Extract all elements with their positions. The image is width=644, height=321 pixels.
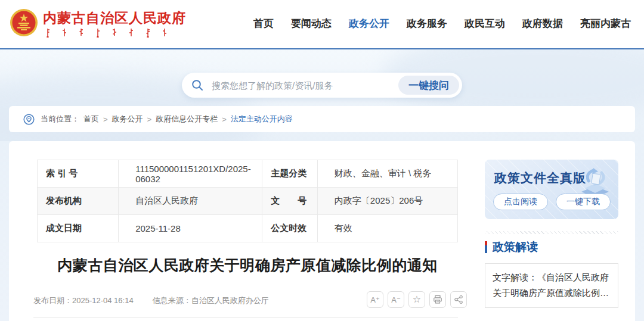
publish-meta: 发布日期：2025-12-04 16:14 信息来源：自治区人民政府办公厅 bbox=[33, 295, 269, 306]
info-source-value: 自治区人民政府办公厅 bbox=[191, 296, 269, 305]
share-icon bbox=[454, 295, 463, 304]
meta-label-doc-number: 文 号 bbox=[262, 188, 318, 215]
site-logo[interactable]: 内蒙古自治区人民政府 bbox=[10, 8, 186, 40]
nav-item-home[interactable]: 首页 bbox=[253, 17, 274, 30]
publish-date-label: 发布日期： bbox=[33, 296, 72, 305]
document-meta-table: 索 引 号 1115000001151201XD/2025-06032 主题分类… bbox=[37, 160, 458, 242]
printer-icon bbox=[433, 295, 442, 304]
meta-label-validity: 公文时效 bbox=[262, 215, 318, 242]
nav-item-gov-service[interactable]: 政务服务 bbox=[407, 17, 447, 30]
site-header: 内蒙古自治区人民政府 首页 要闻动态 政务 bbox=[0, 0, 644, 49]
breadcrumb-item-gov-open[interactable]: 政务公开 bbox=[112, 114, 143, 124]
search-input[interactable] bbox=[210, 80, 398, 91]
breadcrumb-trail: 当前位置： 首页 > 政务公开 > 政府信息公开专栏 > 法定主动公开内容 bbox=[41, 114, 293, 124]
nav-item-gov-open[interactable]: 政务公开 bbox=[349, 17, 389, 30]
meta-label-issuer: 发布机构 bbox=[38, 188, 119, 215]
meta-value-index-number: 1115000001151201XD/2025-06032 bbox=[119, 160, 262, 188]
policy-fulltext-title: 政策文件全真版 bbox=[494, 170, 586, 186]
interpretation-item-text: 文字解读：《自治区人民政府关于明确房产原值减除比例的通... bbox=[493, 270, 611, 301]
search-bar: 一键搜问 bbox=[182, 73, 462, 98]
mongolian-script bbox=[44, 28, 171, 38]
publish-date-value: 2025-12-04 16:14 bbox=[72, 296, 134, 305]
main-nav: 首页 要闻动态 政务公开 政务服务 政民互动 政府数据 亮丽内蒙古 bbox=[253, 17, 631, 30]
interpretation-item[interactable]: 文字解读：《自治区人民政府关于明确房产原值减除比例的通... bbox=[485, 263, 618, 308]
info-source-label: 信息来源： bbox=[153, 296, 191, 305]
download-button[interactable]: 一键下载 bbox=[556, 194, 611, 210]
breadcrumb: 当前位置： 首页 > 政务公开 > 政府信息公开专栏 > 法定主动公开内容 bbox=[9, 106, 635, 132]
meta-label-written-date: 成文日期 bbox=[38, 215, 119, 242]
search-icon bbox=[191, 79, 203, 91]
table-row: 索 引 号 1115000001151201XD/2025-06032 主题分类… bbox=[38, 160, 458, 188]
nav-item-gov-data[interactable]: 政府数据 bbox=[522, 17, 563, 30]
breadcrumb-separator: > bbox=[103, 115, 108, 124]
table-row: 发布机构 自治区人民政府 文 号 内政字〔2025〕206号 bbox=[38, 188, 458, 215]
meta-label-topic: 主题分类 bbox=[262, 160, 318, 188]
section-marker bbox=[485, 241, 487, 253]
info-source: 信息来源：自治区人民政府办公厅 bbox=[153, 295, 269, 306]
policy-fulltext-actions: 点击阅读 一键下载 bbox=[493, 194, 611, 210]
site-title-block: 内蒙古自治区人民政府 bbox=[43, 8, 186, 40]
hatched-divider bbox=[485, 231, 618, 234]
breadcrumb-prefix: 当前位置： bbox=[41, 114, 79, 124]
breadcrumb-separator: > bbox=[222, 115, 227, 124]
read-online-button[interactable]: 点击阅读 bbox=[493, 194, 548, 210]
font-decrease-button[interactable]: A⁻ bbox=[388, 291, 404, 308]
publish-date: 发布日期：2025-12-04 16:14 bbox=[33, 295, 134, 306]
breadcrumb-item-home[interactable]: 首页 bbox=[83, 114, 99, 124]
meta-value-validity: 有效 bbox=[317, 215, 457, 242]
article-toolbar: A⁺ A⁻ ☆ bbox=[367, 291, 467, 308]
meta-value-written-date: 2025-11-28 bbox=[119, 215, 262, 242]
font-increase-button[interactable]: A⁺ bbox=[367, 291, 383, 308]
page-title: 内蒙古自治区人民政府关于明确房产原值减除比例的通知 bbox=[37, 255, 458, 275]
page: 内蒙古自治区人民政府 首页 要闻动态 政务 bbox=[0, 0, 644, 321]
meta-value-issuer: 自治区人民政府 bbox=[119, 188, 262, 215]
nav-item-interaction[interactable]: 政民互动 bbox=[465, 17, 505, 30]
share-button[interactable] bbox=[450, 291, 467, 308]
breadcrumb-item-current[interactable]: 法定主动公开内容 bbox=[231, 114, 293, 124]
meta-value-topic: 财政、金融、审计 \ 税务 bbox=[317, 160, 457, 188]
sidebar: 政策文件全真版 点击阅读 一键下载 政策解读 bbox=[485, 160, 618, 308]
site-title: 内蒙古自治区人民政府 bbox=[43, 11, 186, 26]
location-icon bbox=[23, 114, 35, 125]
content-divider bbox=[33, 317, 458, 318]
policy-interpretation-header: 政策解读 bbox=[485, 239, 618, 255]
meta-label-index-number: 索 引 号 bbox=[38, 160, 119, 188]
search-submit-button[interactable]: 一键搜问 bbox=[398, 76, 459, 95]
policy-interpretation-title: 政策解读 bbox=[493, 239, 538, 255]
nav-item-news[interactable]: 要闻动态 bbox=[291, 17, 332, 30]
meta-value-doc-number: 内政字〔2025〕206号 bbox=[317, 188, 457, 215]
nav-item-beautiful-nmg[interactable]: 亮丽内蒙古 bbox=[580, 17, 631, 30]
star-icon: ☆ bbox=[413, 295, 421, 304]
breadcrumb-separator: > bbox=[147, 115, 152, 124]
table-row: 成文日期 2025-11-28 公文时效 有效 bbox=[38, 215, 458, 242]
policy-fulltext-card: 政策文件全真版 点击阅读 一键下载 bbox=[485, 160, 618, 219]
national-emblem-icon bbox=[10, 8, 38, 37]
article-card: 索 引 号 1115000001151201XD/2025-06032 主题分类… bbox=[9, 141, 635, 321]
favorite-button[interactable]: ☆ bbox=[408, 291, 425, 308]
print-button[interactable] bbox=[429, 291, 446, 308]
breadcrumb-item-info-column[interactable]: 政府信息公开专栏 bbox=[156, 114, 218, 124]
